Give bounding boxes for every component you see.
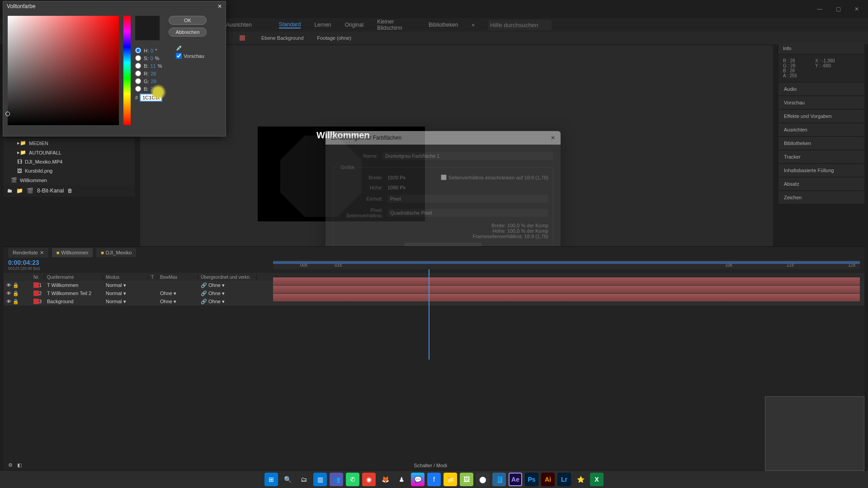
- g-value[interactable]: 28: [151, 79, 156, 84]
- b-value[interactable]: 11: [150, 63, 156, 69]
- cp-preview-checkbox[interactable]: Vorschau: [176, 53, 204, 59]
- obs-icon[interactable]: ⬤: [476, 473, 490, 486]
- source-footage[interactable]: Footage (ohne): [317, 35, 351, 41]
- illustrator-icon[interactable]: Ai: [541, 473, 555, 486]
- proj-folder-autounfall[interactable]: ▸📁AUTOUNFALL: [4, 148, 135, 157]
- photoshop-icon[interactable]: Ps: [525, 473, 538, 486]
- star-icon[interactable]: ⭐: [574, 473, 587, 486]
- width-label: Breite:: [338, 175, 387, 180]
- width-value[interactable]: 1920 Px: [387, 175, 423, 180]
- panel-audio[interactable]: Audio: [778, 83, 864, 95]
- chess-icon[interactable]: ♟: [395, 473, 408, 486]
- facebook-icon[interactable]: f: [427, 473, 441, 486]
- cp-cancel-button[interactable]: Abbrechen: [169, 28, 207, 37]
- panel-contentfill[interactable]: Inhaltsbasierte Füllung: [778, 164, 864, 177]
- comp-new-icon[interactable]: 🎬: [27, 188, 33, 194]
- saturation-field[interactable]: [8, 16, 119, 125]
- workspace-more-icon[interactable]: »: [472, 22, 475, 28]
- s-radio[interactable]: [135, 55, 141, 61]
- panel-paragraph[interactable]: Absatz: [778, 178, 864, 190]
- minimize-button[interactable]: —: [817, 6, 822, 12]
- layer-bar-3[interactable]: [273, 294, 860, 301]
- aftereffects-icon[interactable]: Ae: [509, 473, 522, 486]
- bit-depth-toggle[interactable]: 8-Bit-Kanal: [37, 188, 64, 194]
- brave-icon[interactable]: ◉: [362, 473, 376, 486]
- new-color-swatch: [135, 16, 160, 40]
- hex-input[interactable]: [140, 94, 162, 102]
- time-ruler[interactable]: 00s01s 10s 11s 12s: [273, 260, 860, 269]
- layer-bar-2[interactable]: [273, 286, 860, 293]
- maximize-button[interactable]: ▢: [836, 6, 841, 12]
- saturation-cursor[interactable]: [5, 112, 10, 116]
- tab-renderliste[interactable]: Renderliste✕: [8, 248, 48, 258]
- lock-aspect-checkbox[interactable]: Seitenverhältnis einschränken auf 16:9 (…: [441, 174, 548, 180]
- proj-item-kursbild[interactable]: 🖼Kursbild.png: [4, 166, 135, 175]
- photos-icon[interactable]: 🖼: [460, 473, 473, 486]
- ausrichten-toggle[interactable]: Ausrichten: [226, 22, 252, 28]
- panel-vorschau[interactable]: Vorschau: [778, 96, 864, 109]
- playhead[interactable]: [429, 269, 429, 360]
- explorer2-icon[interactable]: 📁: [443, 473, 457, 486]
- workspace-kleiner[interactable]: Kleiner Bildschirm: [377, 19, 415, 31]
- toggle-modes-icon[interactable]: ◧: [17, 462, 22, 468]
- workspace-original[interactable]: Original: [345, 22, 363, 28]
- search-taskbar-icon[interactable]: 🔍: [281, 473, 294, 486]
- col-nr: Nr.: [31, 275, 44, 280]
- folder-icon: ▸📁: [17, 140, 26, 146]
- par-select[interactable]: Quadratische Pixel: [387, 209, 548, 217]
- comp-icon: 🎬: [11, 177, 17, 183]
- explorer-icon[interactable]: 🗂: [297, 473, 311, 486]
- h-value[interactable]: 0: [151, 48, 153, 53]
- panel-libraries[interactable]: Bibliotheken: [778, 137, 864, 150]
- proj-item-willkommen[interactable]: 🎬Willkommen: [4, 175, 135, 185]
- tab-dji[interactable]: ■DJI_Mexiko: [96, 248, 136, 257]
- teams-icon[interactable]: 👥: [330, 473, 343, 486]
- bb-value[interactable]: 28: [150, 86, 156, 92]
- messenger-icon[interactable]: 💬: [411, 473, 425, 486]
- eyedropper-icon[interactable]: 💉: [176, 45, 183, 51]
- proj-folder-medien[interactable]: ▸📁MEDIEN: [4, 138, 135, 148]
- current-timecode[interactable]: 0:00:04:23: [8, 259, 40, 266]
- excel-icon[interactable]: X: [590, 473, 604, 486]
- g-radio[interactable]: [135, 78, 141, 84]
- trash-icon[interactable]: 🗑: [67, 188, 73, 194]
- hue-slider[interactable]: [123, 16, 131, 125]
- help-search-input[interactable]: [488, 20, 552, 30]
- solid-dlg-close-icon[interactable]: ✕: [551, 135, 555, 141]
- bb-radio[interactable]: [135, 86, 141, 92]
- r-value[interactable]: 28: [151, 71, 156, 76]
- workspace-standard[interactable]: Standard: [279, 21, 301, 28]
- lightroom-icon[interactable]: Lr: [557, 473, 571, 486]
- panel-character[interactable]: Zeichen: [778, 191, 864, 204]
- s-value[interactable]: 0: [150, 56, 153, 61]
- cp-ok-button[interactable]: OK: [169, 16, 207, 25]
- b-radio[interactable]: [135, 63, 141, 69]
- panel-tracker[interactable]: Tracker: [778, 150, 864, 163]
- r-radio[interactable]: [135, 70, 141, 76]
- interpret-icon[interactable]: 🖿: [7, 188, 13, 194]
- taskview-icon[interactable]: ▥: [313, 473, 327, 486]
- height-value[interactable]: 1080 Px: [387, 185, 548, 190]
- switches-modes-label[interactable]: Schalter / Modi: [414, 463, 447, 468]
- workspace-bibliotheken[interactable]: Bibliotheken: [429, 22, 458, 28]
- h-radio[interactable]: [135, 47, 141, 53]
- start-button[interactable]: ⊞: [264, 473, 278, 486]
- layer-bar-1[interactable]: [273, 277, 860, 285]
- app-icon[interactable]: 📘: [492, 473, 506, 486]
- workspace-lernen[interactable]: Lernen: [314, 22, 331, 28]
- toggle-switches-icon[interactable]: ⚙: [8, 462, 13, 468]
- tab-close-icon[interactable]: ✕: [40, 250, 44, 256]
- proj-item-dji[interactable]: 🎞DJI_Mexiko.MP4: [4, 157, 135, 166]
- folder-new-icon[interactable]: 📁: [16, 188, 23, 194]
- unit-select[interactable]: Pixel: [387, 195, 548, 203]
- firefox-icon[interactable]: 🦊: [378, 473, 392, 486]
- source-layer-name[interactable]: Ebene Background: [261, 35, 304, 41]
- panel-align[interactable]: Ausrichten: [778, 123, 864, 136]
- panel-effects[interactable]: Effekte und Vorgaben: [778, 110, 864, 122]
- whatsapp-icon[interactable]: ✆: [346, 473, 359, 486]
- unit-label: Einheit:: [338, 196, 387, 202]
- cp-close-icon[interactable]: ✕: [217, 3, 222, 9]
- tab-willkommen[interactable]: ■Willkommen: [52, 248, 93, 257]
- name-input[interactable]: Dunkelgrau Farbfläche 1: [382, 152, 553, 160]
- close-app-button[interactable]: ✕: [854, 6, 859, 12]
